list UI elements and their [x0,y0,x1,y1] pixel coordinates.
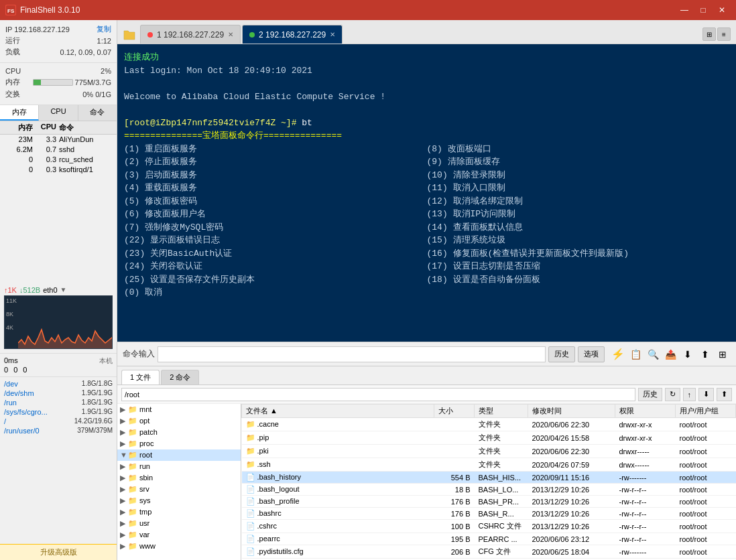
file-type-cell: 文件夹 [475,418,528,431]
app-title: FinalShell 3.0.10 [20,5,80,15]
table-row[interactable]: 📁 .pki 文件夹 2020/06/06 22:30 drwxr----- r… [242,445,736,458]
table-row[interactable]: 📄 .cshrc 100 B CSHRC 文件 2013/12/29 10:26… [242,520,736,533]
uptime-label: 运行 [5,36,20,46]
tab-commands[interactable]: 命令 [78,105,117,121]
disk-path[interactable]: /run/user/0 [4,427,77,435]
options-btn[interactable]: 选项 [578,346,605,362]
file-tab-files[interactable]: 1 文件 [121,370,160,384]
table-row[interactable]: 📄 .pydistutils.cfg 206 B CFG 文件 2020/06/… [242,545,736,559]
minimize-button[interactable]: — [676,3,693,17]
file-tab-commands[interactable]: 2 命令 [161,370,199,384]
tree-item[interactable]: ▶📁proc [117,438,241,449]
tree-item[interactable]: ▶📁www [117,541,241,552]
tab-2-close[interactable]: ✕ [330,31,335,38]
col-filename[interactable]: 文件名 ▲ [242,405,434,418]
file-size-cell [434,418,475,431]
scroll-up-icon-btn[interactable]: ⬆ [697,346,713,362]
folder-icon: 📁 [128,474,137,482]
grid-icon-btn[interactable]: ⊞ [715,346,731,362]
process-list: 内存 CPU 命令 23M 3.3 AliYunDun 6.2M 0.7 ssh… [0,121,117,283]
file-type-cell: BASH_HIS... [475,472,528,484]
tree-item[interactable]: ▶📁usr [117,518,241,529]
download-icon-btn[interactable]: ⬇ [680,346,696,362]
process-row[interactable]: 23M 3.3 AliYunDun [0,135,117,145]
process-row[interactable]: 0 0.3 ksoftirqd/1 [0,165,117,175]
process-row[interactable]: 0 0.3 rcu_sched [0,155,117,165]
file-user-cell: root/root [676,418,736,431]
tree-item[interactable]: ▶📁sbin [117,472,241,484]
tab-cpu[interactable]: CPU [39,105,78,121]
terminal[interactable]: 连接成功 Last login: Mon Oct 18 20:49:10 202… [117,44,736,342]
close-button[interactable]: ✕ [713,3,731,17]
file-user-cell: root/root [676,508,736,520]
col-date[interactable]: 修改时间 [528,405,615,418]
tree-item[interactable]: ▶📁sys [117,495,241,506]
table-row[interactable]: 📁 .pip 文件夹 2020/04/26 15:58 drwxr-xr-x r… [242,431,736,445]
disk-path[interactable]: /dev [4,380,82,388]
history-btn[interactable]: 历史 [548,346,575,362]
history-btn-file[interactable]: 历史 [638,388,662,401]
terminal-line: (3) 启动面板服务(10) 清除登录限制 [124,169,729,182]
tab-1[interactable]: 1 192.168.227.229 ✕ [140,25,241,44]
toolbar-icons: ⚡ 📋 🔍 📤 ⬇ ⬆ ⊞ [610,346,731,362]
load-row: 负载 0.12, 0.09, 0.07 [5,47,111,57]
file-date-cell: 2013/12/29 10:26 [528,496,615,508]
tree-item[interactable]: ▶📁tmp [117,506,241,518]
download-btn[interactable]: ⬇ [698,388,714,401]
nav-up-btn[interactable]: ↑ [683,388,696,401]
file-user-cell: root/root [676,484,736,496]
maximize-button[interactable]: □ [694,3,712,17]
copy-link[interactable]: 复制 [97,24,111,34]
table-row[interactable]: 📄 .bash_logout 18 B BASH_LO... 2013/12/2… [242,484,736,496]
col-perm[interactable]: 权限 [615,405,676,418]
table-row[interactable]: 📄 .bash_history 554 B BASH_HIS... 2020/0… [242,472,736,484]
search-icon-btn[interactable]: 🔍 [645,346,661,362]
file-type-icon: 📄 [246,509,257,517]
list-view-btn[interactable]: ≡ [717,27,731,41]
terminal-line: ===============宝塔面板命令行=============== [124,129,729,143]
command-input[interactable] [158,346,546,362]
table-row[interactable]: 📄 .bashrc 176 B BASH_R... 2013/12/29 10:… [242,508,736,520]
file-perm-cell: drwxr-xr-x [615,431,676,445]
upgrade-bar[interactable]: 升级高级版 [0,544,117,560]
tree-item[interactable]: ▶📁run [117,461,241,472]
path-input[interactable] [121,388,635,401]
table-row[interactable]: 📄 .pearrc 195 B PEARRC ... 2020/06/06 23… [242,533,736,545]
table-row[interactable]: 📄 .bash_profile 176 B BASH_PR... 2013/12… [242,496,736,508]
tree-item[interactable]: ▶📁patch [117,427,241,438]
expand-icon: ▶ [120,508,127,516]
disk-path[interactable]: /run [4,399,82,407]
table-row[interactable]: 📁 .cacne 文件夹 2020/06/06 22:30 drwxr-xr-x… [242,418,736,431]
table-row[interactable]: 📁 .ssh 文件夹 2020/04/26 07:59 drwx------ r… [242,458,736,472]
col-type[interactable]: 类型 [475,405,528,418]
terminal-line: (1) 重启面板服务(8) 改面板端口 [124,143,729,156]
grid-view-btn[interactable]: ⊞ [702,27,716,41]
clipboard-icon-btn[interactable]: 📋 [627,346,643,362]
swap-label: 交换 [5,89,20,99]
upload-icon-btn[interactable]: 📤 [662,346,678,362]
tree-item[interactable]: ▶📁opt [117,415,241,427]
file-type-cell: BASH_R... [475,508,528,520]
disk-path[interactable]: / [4,417,74,425]
lightning-icon-btn[interactable]: ⚡ [610,346,626,362]
tree-item[interactable]: ▶📁mnt [117,404,241,415]
col-size[interactable]: 大小 [434,405,475,418]
tree-item-root[interactable]: ▼📁root [117,449,241,461]
tree-item[interactable]: ▶📁var [117,529,241,541]
tree-item[interactable]: ▶📁srv [117,484,241,495]
tab-bar: 1 192.168.227.229 ✕ 2 192.168.227.229 ✕ … [117,20,736,44]
chart-label-8k: 8K [6,311,13,318]
col-user[interactable]: 用户/用户组 [676,405,736,418]
tab-mem[interactable]: 内存 [0,105,39,121]
disk-path[interactable]: /sys/fs/cgro... [4,408,82,416]
net-dropdown-icon[interactable]: ▼ [60,286,67,293]
disk-path[interactable]: /dev/shm [4,389,82,397]
expand-icon: ▶ [120,485,127,494]
process-row[interactable]: 6.2M 0.7 sshd [0,145,117,155]
refresh-btn[interactable]: ↻ [665,388,680,401]
disk-size: 14.2G/19.6G [74,417,113,425]
tab-2[interactable]: 2 192.168.227.229 ✕ [242,25,343,44]
folder-icon-btn[interactable] [123,27,136,44]
tab-1-close[interactable]: ✕ [228,31,233,38]
upload-btn-file[interactable]: ⬆ [717,388,732,401]
